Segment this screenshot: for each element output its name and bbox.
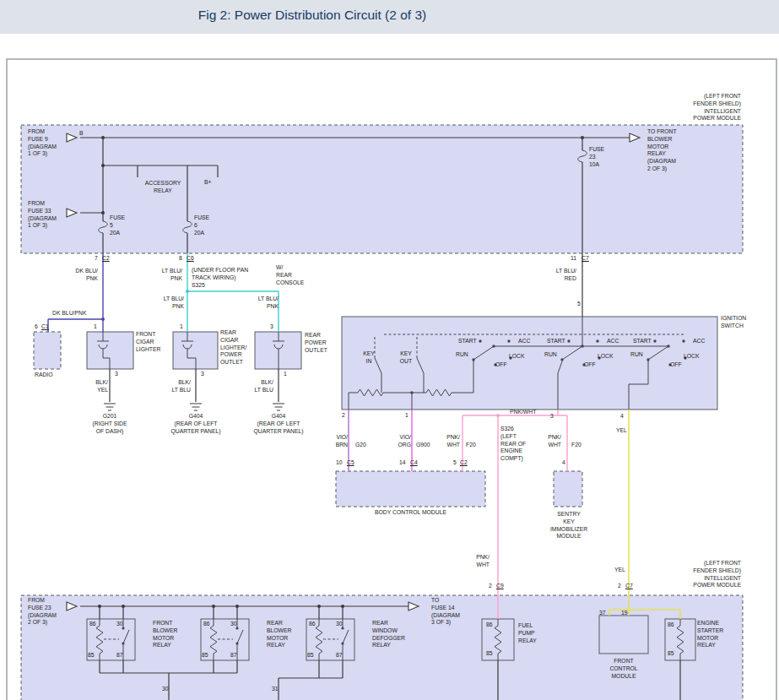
front-blower-relay-label: FRONT BLOWER MOTOR RELAY bbox=[153, 620, 177, 649]
page: Fig 2: Power Distribution Circuit (2 of … bbox=[0, 0, 779, 700]
ground-g404b-label: G404 (REAR OF LEFT QUARTER PANEL) bbox=[249, 413, 308, 435]
sw1-lock: LOCK bbox=[509, 353, 525, 361]
sw2-acc: ACC bbox=[607, 338, 619, 345]
fcm-pin-19: 19 bbox=[621, 610, 628, 617]
bcm-pin-5: 5 bbox=[453, 459, 457, 467]
sw2-lock: LOCK bbox=[598, 353, 614, 361]
from-fuse9-label: FROM FUSE 9 (DIAGRAM 1 OF 3) bbox=[28, 128, 57, 158]
cavity-b-label: B bbox=[79, 130, 84, 138]
rear-power-pin-1: 1 bbox=[284, 371, 287, 378]
ipm-pin-2-c9: 2 bbox=[489, 583, 492, 590]
pin-11: 11 bbox=[571, 255, 576, 263]
wire-blk-yel-label: BLK/ YEL bbox=[91, 379, 108, 394]
sw1-start: START bbox=[458, 338, 477, 345]
sw3-off: OFF bbox=[670, 361, 682, 369]
fuse5-label: FUSE 5 20A bbox=[110, 214, 125, 236]
pin-10: 10 bbox=[336, 459, 343, 467]
ipm-bottom-label: (LEFT FRONT FENDER SHIELD) INTELLIGENT P… bbox=[657, 560, 741, 589]
relay3-pin-87: 87 bbox=[336, 652, 343, 659]
starter-relay-pin-85: 85 bbox=[668, 650, 674, 658]
defogger-relay-label: REAR WINDOW DEFOGGER RELAY bbox=[372, 620, 405, 649]
wire-lt-blu-pnk-label3: LT BLU/ PNK bbox=[253, 296, 279, 311]
ignition-pin-2: 2 bbox=[342, 412, 345, 420]
sw1-off: OFF bbox=[495, 361, 507, 369]
wire-yel-label-b: YEL bbox=[614, 567, 625, 574]
connector-c2: C2 bbox=[102, 255, 110, 263]
to-front-blower-label: TO FRONT BLOWER MOTOR RELAY (DIAGRAM 2 O… bbox=[647, 128, 677, 173]
pin-7: 7 bbox=[95, 255, 98, 263]
rear-cigar-label: REAR CIGAR LIGHTER/ POWER OUTLET bbox=[220, 329, 246, 366]
b-plus-label: B+ bbox=[204, 179, 212, 187]
connector-c5: C5 bbox=[347, 459, 354, 467]
ignition-pin-4: 4 bbox=[620, 413, 624, 421]
key-in-label: KEY IN bbox=[362, 350, 376, 366]
relay1-pin-85: 85 bbox=[88, 652, 95, 659]
sw3-run: RUN bbox=[630, 351, 643, 359]
wire-dk-blu-pnk-label: DK BLU/ PNK bbox=[73, 268, 98, 283]
fcm-pin-37: 37 bbox=[599, 610, 606, 617]
ground-g404a-label: G404 (REAR OF LEFT QUARTER PANEL) bbox=[166, 413, 225, 435]
sw1-run: RUN bbox=[456, 351, 468, 359]
circuit-g900: G900 bbox=[416, 442, 430, 449]
rear-blower-relay-label: REAR BLOWER MOTOR RELAY bbox=[267, 620, 291, 649]
circuit-g20: G20 bbox=[355, 442, 366, 449]
circuit-30: 30 bbox=[162, 686, 169, 693]
sentry-label: SENTRY KEY IMMOBILIZER MODULE bbox=[543, 511, 595, 540]
ground-g201-label: G201 (RIGHT SIDE OF DASH) bbox=[84, 413, 135, 435]
from-fuse23-label: FROM FUSE 23 (DIAGRAM 2 OF 3) bbox=[28, 597, 57, 627]
to-fuse14-label: TO FUSE 14 (DIAGRAM 3 OF 3) bbox=[431, 597, 460, 627]
ipm-top-box bbox=[21, 125, 743, 253]
sw1-acc: ACC bbox=[518, 338, 530, 345]
starter-relay-pin-86: 86 bbox=[668, 621, 674, 629]
fuel-pump-relay-label: FUEL PUMP RELAY bbox=[518, 622, 537, 644]
ignition-switch-label: IGNITION SWITCH bbox=[721, 315, 746, 330]
fuse6-label: FUSE 6 20A bbox=[194, 214, 209, 236]
connector-c7: C7 bbox=[582, 255, 589, 263]
ipm-top-label: (LEFT FRONT FENDER SHIELD) INTELLIGENT P… bbox=[657, 93, 741, 122]
wire-pnk-wht-label-a: PNK/ WHT bbox=[445, 434, 460, 449]
relay2-pin-86: 86 bbox=[203, 621, 210, 628]
fcm-label: FRONT CONTROL MODULE bbox=[598, 658, 649, 680]
ipm-pin-2-c7: 2 bbox=[618, 583, 621, 590]
wire-pnk-wht-horizontal-label: PNK/WHT bbox=[510, 409, 536, 416]
relay3-pin-30: 30 bbox=[336, 621, 343, 628]
fuse23-label: FUSE 23 10A bbox=[589, 146, 604, 168]
front-cigar-pin-1: 1 bbox=[94, 323, 97, 331]
sw2-start: START bbox=[547, 338, 565, 345]
sentry-pin-4: 4 bbox=[562, 459, 565, 467]
ignition-pin-1: 1 bbox=[405, 412, 408, 420]
accessory-relay-label: ACCESSORY RELAY bbox=[137, 180, 189, 195]
sw3-lock: LOCK bbox=[684, 353, 700, 361]
ignition-pin-5: 5 bbox=[577, 301, 581, 308]
connector-c2-bcm: C2 bbox=[460, 459, 468, 467]
wire-lt-blu-pnk-label: LT BLU/ PNK bbox=[157, 268, 182, 283]
wire-pnk-wht-label-b: PNK/ WHT bbox=[544, 434, 561, 449]
bcm-label: BODY CONTROL MODULE bbox=[336, 509, 485, 517]
relay3-pin-86: 86 bbox=[309, 621, 316, 628]
rear-cigar-pin-1: 1 bbox=[180, 323, 183, 331]
connector-c9: C9 bbox=[496, 583, 504, 590]
circuit-31: 31 bbox=[272, 686, 279, 693]
pin-8: 8 bbox=[179, 255, 182, 263]
relay3-pin-85: 85 bbox=[307, 652, 314, 659]
bcm-box bbox=[336, 471, 485, 507]
starter-relay-label: ENGINE STARTER MOTOR RELAY bbox=[697, 620, 723, 649]
fuel-relay-pin-85: 85 bbox=[486, 650, 493, 658]
sw2-off: OFF bbox=[584, 361, 596, 369]
wire-pnk-wht-label-c: PNK/ WHT bbox=[474, 554, 490, 569]
connector-c7-b: C7 bbox=[625, 583, 633, 590]
from-fuse33-label: FROM FUSE 33 (DIAGRAM 1 OF 3) bbox=[28, 200, 57, 230]
wire-vio-brn-label: VIO/ BRN bbox=[333, 434, 348, 449]
rear-power-pin-3: 3 bbox=[270, 323, 273, 331]
splice-s325-label: (UNDER FLOOR PAN TRACK WIRING) S325 bbox=[192, 267, 248, 289]
splice-s326-label: S326 (LEFT REAR OF ENGINE COMPT) bbox=[500, 426, 526, 463]
wire-blk-ltblu-label2: BLK/ LT BLU bbox=[252, 379, 273, 394]
circuit-f20-a: F20 bbox=[466, 442, 476, 449]
pin-6: 6 bbox=[35, 323, 38, 331]
front-cigar-label: FRONT CIGAR LIGHTER bbox=[136, 331, 160, 353]
wire-lt-blu-red-label: LT BLU/ RED bbox=[553, 268, 576, 283]
relay1-pin-87: 87 bbox=[116, 652, 123, 659]
relay2-pin-30: 30 bbox=[230, 621, 237, 628]
relay2-pin-87: 87 bbox=[230, 652, 237, 659]
key-out-label: KEY OUT bbox=[398, 350, 414, 366]
